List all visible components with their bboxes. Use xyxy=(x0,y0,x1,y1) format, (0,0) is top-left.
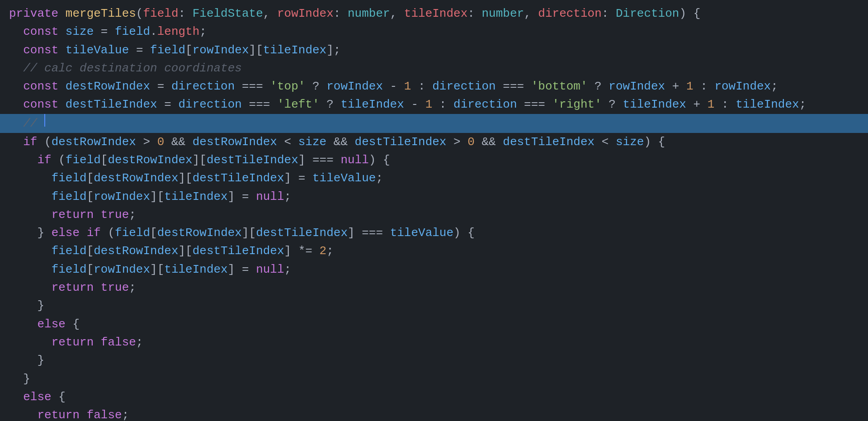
token-plain: : xyxy=(334,5,348,23)
code-line-6[interactable]: const destTileIndex = direction === 'lef… xyxy=(0,95,868,114)
token-num: 1 xyxy=(425,95,433,114)
token-comment: // xyxy=(23,114,44,132)
token-kw: else xyxy=(37,315,72,333)
token-plain: , xyxy=(390,5,404,23)
token-var: destTileIndex xyxy=(193,169,284,187)
token-plain: ? xyxy=(305,77,326,95)
token-plain: ) { xyxy=(644,133,665,151)
token-plain: ] = xyxy=(228,188,256,206)
token-var: tileIndex xyxy=(164,188,227,206)
token-plain: === xyxy=(517,95,552,114)
code-line-2[interactable]: const size = field.length; xyxy=(0,23,868,41)
token-plain: ; xyxy=(284,260,292,279)
token-plain: ) { xyxy=(453,224,475,242)
token-num: 1 xyxy=(686,77,693,95)
code-line-19[interactable]: return false; xyxy=(0,333,868,351)
token-plain: ? xyxy=(320,95,341,114)
token-var: destTileIndex xyxy=(66,95,157,114)
token-plain: ] *= xyxy=(284,242,320,260)
code-line-18[interactable]: else { xyxy=(0,315,868,333)
token-num: 0 xyxy=(467,133,475,151)
token-plain xyxy=(9,151,37,169)
token-plain: ( xyxy=(136,5,143,23)
code-line-17[interactable]: } xyxy=(0,297,868,315)
token-plain: ; xyxy=(771,77,778,95)
token-var: tileValue xyxy=(312,169,376,187)
token-var: field xyxy=(52,242,87,260)
token-plain: = xyxy=(94,23,115,41)
token-plain: } xyxy=(9,351,44,369)
token-plain xyxy=(9,77,23,95)
token-var: tileIndex xyxy=(263,41,326,59)
token-kw: if xyxy=(23,133,44,151)
token-plain xyxy=(9,333,52,351)
token-plain: ][ xyxy=(150,188,164,206)
token-var: size xyxy=(298,133,326,151)
token-plain xyxy=(9,169,52,187)
code-line-9[interactable]: if (field[destRowIndex][destTileIndex] =… xyxy=(0,151,868,169)
token-plain: = xyxy=(150,77,171,95)
code-line-1[interactable]: private mergeTiles(field: FieldState, ro… xyxy=(0,5,868,23)
token-var: destRowIndex xyxy=(193,133,277,151)
text-cursor xyxy=(44,114,45,127)
code-line-10[interactable]: field[destRowIndex][destTileIndex] = til… xyxy=(0,169,868,187)
token-plain xyxy=(9,23,23,41)
token-var: field xyxy=(52,260,87,279)
token-plain: && xyxy=(164,133,192,151)
token-kw: false xyxy=(87,406,122,421)
token-plain: ? xyxy=(602,95,623,114)
code-line-4[interactable]: // calc destination coordinates xyxy=(0,59,868,77)
token-fn: mergeTiles xyxy=(66,5,136,23)
code-line-16[interactable]: return true; xyxy=(0,279,868,297)
token-var: field xyxy=(115,224,150,242)
token-var: direction xyxy=(179,95,242,114)
code-line-22[interactable]: else { xyxy=(0,388,868,406)
token-plain: ][ xyxy=(242,224,256,242)
token-plain: { xyxy=(72,315,80,333)
token-plain: ; xyxy=(129,206,136,224)
token-plain: ( xyxy=(44,133,52,151)
token-kw: const xyxy=(23,77,66,95)
token-var: tileIndex xyxy=(164,260,227,279)
token-plain xyxy=(9,260,52,279)
code-line-13[interactable]: } else if (field[destRowIndex][destTileI… xyxy=(0,224,868,242)
token-param: tileIndex xyxy=(404,5,467,23)
code-line-12[interactable]: return true; xyxy=(0,206,868,224)
token-plain: ) { xyxy=(369,151,390,169)
token-plain: [ xyxy=(87,260,94,279)
token-plain: ] === xyxy=(348,224,390,242)
token-plain: [ xyxy=(87,188,94,206)
code-line-21[interactable]: } xyxy=(0,370,868,388)
code-line-20[interactable]: } xyxy=(0,351,868,369)
token-kw: null xyxy=(340,151,368,169)
token-var: field xyxy=(52,188,87,206)
code-line-7[interactable]: // xyxy=(0,114,868,133)
code-line-14[interactable]: field[destRowIndex][destTileIndex] *= 2; xyxy=(0,242,868,260)
code-line-8[interactable]: if (destRowIndex > 0 && destRowIndex < s… xyxy=(0,133,868,151)
token-var: destRowIndex xyxy=(52,133,136,151)
token-plain: ; xyxy=(199,23,207,41)
code-line-5[interactable]: const destRowIndex = direction === 'top'… xyxy=(0,77,868,95)
token-kw: else xyxy=(23,388,58,406)
code-line-11[interactable]: field[rowIndex][tileIndex] = null; xyxy=(0,188,868,206)
token-num: 2 xyxy=(320,242,327,260)
code-line-23[interactable]: return false; xyxy=(0,406,868,421)
token-str: 'left' xyxy=(277,95,320,114)
token-kw: null xyxy=(256,260,284,279)
code-line-3[interactable]: const tileValue = field[rowIndex][tileIn… xyxy=(0,41,868,59)
token-var: field xyxy=(66,151,101,169)
token-plain: : xyxy=(602,5,616,23)
token-var: rowIndex xyxy=(94,260,150,279)
code-line-15[interactable]: field[rowIndex][tileIndex] = null; xyxy=(0,260,868,279)
token-var: size xyxy=(616,133,644,151)
token-comment: // calc destination coordinates xyxy=(23,59,242,77)
token-plain: === xyxy=(242,95,277,114)
token-plain: } xyxy=(9,297,44,315)
token-kw: const xyxy=(23,23,66,41)
token-plain: ][ xyxy=(178,242,192,260)
token-var: destRowIndex xyxy=(94,169,178,187)
token-kw: return xyxy=(37,406,86,421)
token-kw: return xyxy=(52,279,101,297)
token-kw: const xyxy=(23,95,66,114)
token-plain xyxy=(9,95,23,114)
